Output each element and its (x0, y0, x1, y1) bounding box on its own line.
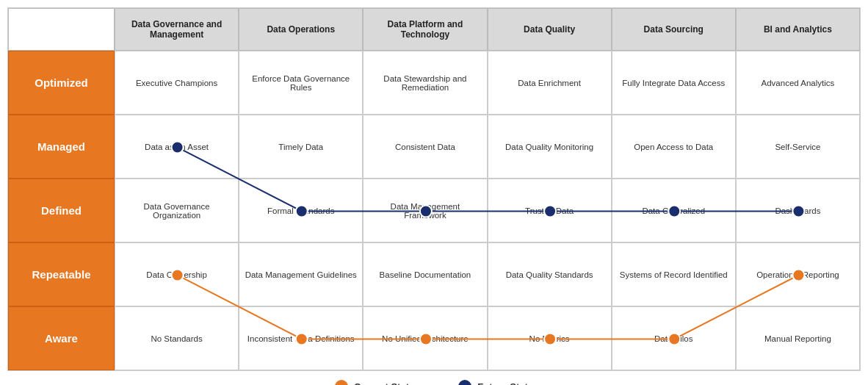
cell-2-3: Trusted Data (488, 179, 612, 242)
cell-4-2: No Unified Architecture (363, 306, 487, 370)
cell-inner-0-0: Executive Champions (136, 79, 217, 87)
cell-text-2-0: Data Governance Organization (120, 202, 234, 220)
matrix-grid: Data Governance and ManagementData Opera… (7, 7, 861, 371)
body-row-0: OptimizedExecutive ChampionsEnforce Data… (8, 51, 860, 115)
cell-text-1-2: Consistent Data (395, 143, 455, 151)
cell-inner-2-4: Data Centralized (642, 206, 705, 215)
future-state-legend: Future State (458, 380, 533, 385)
cell-4-0: No Standards (115, 306, 239, 370)
main-container: Data Governance and ManagementData Opera… (0, 0, 868, 385)
cell-text-3-2: Baseline Documentation (380, 270, 471, 279)
cell-inner-0-3: Data Enrichment (518, 79, 581, 87)
body-row-3: RepeatableData OwnershipData Management … (8, 242, 860, 306)
cell-text-4-2: No Unified Architecture (382, 334, 469, 343)
cell-inner-1-2: Consistent Data (395, 143, 455, 151)
body-row-1: ManagedData as an AssetTimely DataConsis… (8, 115, 860, 179)
cell-text-0-2: Data Stewardship and Remediation (368, 74, 482, 92)
cell-text-3-3: Data Quality Standards (506, 270, 593, 279)
cell-3-0: Data Ownership (115, 242, 239, 306)
cell-0-1: Enforce Data Governance Rules (239, 51, 363, 115)
cell-inner-3-0: Data Ownership (146, 270, 206, 279)
cell-text-2-1: Formal Standards (267, 206, 334, 215)
header-col-0: Data Governance and Management (115, 8, 239, 51)
legend: Current State Future State (7, 371, 861, 385)
cell-3-4: Systems of Record Identified (612, 242, 736, 306)
cell-2-0: Data Governance Organization (115, 179, 239, 242)
header-col-2: Data Platform and Technology (363, 8, 487, 51)
cell-text-1-5: Self-Service (775, 143, 820, 151)
cell-text-0-0: Executive Champions (136, 79, 217, 87)
cell-1-0: Data as an Asset (115, 115, 239, 179)
cell-inner-4-3: No Metrics (529, 334, 570, 343)
cell-2-2: Data Management Framework (363, 179, 487, 242)
header-col-1: Data Operations (239, 8, 363, 51)
cell-text-0-5: Advanced Analytics (762, 79, 835, 87)
cell-0-5: Advanced Analytics (736, 51, 860, 115)
cell-inner-1-5: Self-Service (775, 143, 820, 151)
cell-text-2-4: Data Centralized (642, 206, 705, 215)
cell-1-4: Open Access to Data (612, 115, 736, 179)
cell-1-3: Data Quality Monitoring (488, 115, 612, 179)
cell-inner-3-5: Operational Reporting (756, 270, 839, 279)
cell-text-4-4: Data Silos (654, 334, 692, 343)
cell-text-4-3: No Metrics (529, 334, 570, 343)
row-label-2: Defined (8, 179, 115, 242)
cell-1-5: Self-Service (736, 115, 860, 179)
cell-inner-3-4: Systems of Record Identified (620, 270, 728, 279)
cell-3-3: Data Quality Standards (488, 242, 612, 306)
cell-inner-1-1: Timely Data (278, 143, 323, 151)
cell-3-5: Operational Reporting (736, 242, 860, 306)
row-label-1: Managed (8, 115, 115, 179)
cell-text-2-3: Trusted Data (525, 206, 574, 215)
cell-inner-4-5: Manual Reporting (764, 334, 831, 343)
cell-text-0-4: Fully Integrate Data Access (622, 79, 725, 87)
cell-inner-4-2: No Unified Architecture (382, 334, 469, 343)
cell-0-0: Executive Champions (115, 51, 239, 115)
cell-text-3-1: Data Management Guidelines (245, 270, 357, 279)
cell-text-3-5: Operational Reporting (756, 270, 839, 279)
cell-inner-0-4: Fully Integrate Data Access (622, 79, 725, 87)
cell-inner-4-0: No Standards (151, 334, 202, 343)
future-state-dot-legend (458, 380, 471, 385)
cell-text-4-5: Manual Reporting (764, 334, 831, 343)
cell-2-5: Dashboards (736, 179, 860, 242)
header-row: Data Governance and ManagementData Opera… (8, 8, 860, 51)
header-col-5: BI and Analytics (736, 8, 860, 51)
cell-inner-0-2: Data Stewardship and Remediation (368, 74, 482, 92)
header-empty (8, 8, 115, 51)
cell-text-2-5: Dashboards (775, 206, 820, 215)
body-row-4: AwareNo StandardsInconsistent Data Defin… (8, 306, 860, 370)
cell-0-3: Data Enrichment (488, 51, 612, 115)
cell-4-4: Data Silos (612, 306, 736, 370)
cell-text-1-0: Data as an Asset (145, 143, 209, 151)
header-col-3: Data Quality (488, 8, 612, 51)
cell-4-3: No Metrics (488, 306, 612, 370)
cell-0-4: Fully Integrate Data Access (612, 51, 736, 115)
cell-text-3-4: Systems of Record Identified (620, 270, 728, 279)
body-row-2: DefinedData Governance OrganizationForma… (8, 179, 860, 242)
cell-1-2: Consistent Data (363, 115, 487, 179)
current-state-label: Current State (354, 381, 414, 386)
cell-text-2-2: Data Management Framework (368, 202, 482, 220)
cell-inner-4-1: Inconsistent Data Definitions (247, 334, 355, 343)
cell-text-0-1: Enforce Data Governance Rules (244, 74, 358, 92)
cell-inner-2-2: Data Management Framework (368, 202, 482, 220)
cell-inner-4-4: Data Silos (654, 334, 692, 343)
cell-2-1: Formal Standards (239, 179, 363, 242)
cell-3-2: Baseline Documentation (363, 242, 487, 306)
cell-4-1: Inconsistent Data Definitions (239, 306, 363, 370)
cell-inner-3-3: Data Quality Standards (506, 270, 593, 279)
cell-text-4-1: Inconsistent Data Definitions (247, 334, 355, 343)
current-state-legend: Current State (335, 380, 414, 385)
cell-inner-2-0: Data Governance Organization (120, 202, 234, 220)
cell-inner-3-1: Data Management Guidelines (245, 270, 357, 279)
current-state-dot-legend (335, 380, 348, 385)
future-state-label: Future State (477, 381, 533, 386)
cell-inner-2-1: Formal Standards (267, 206, 334, 215)
cell-text-4-0: No Standards (151, 334, 202, 343)
cell-inner-1-4: Open Access to Data (634, 143, 713, 151)
cell-inner-1-0: Data as an Asset (145, 143, 209, 151)
cell-inner-3-2: Baseline Documentation (380, 270, 471, 279)
cell-inner-2-5: Dashboards (775, 206, 820, 215)
cell-inner-0-5: Advanced Analytics (762, 79, 835, 87)
